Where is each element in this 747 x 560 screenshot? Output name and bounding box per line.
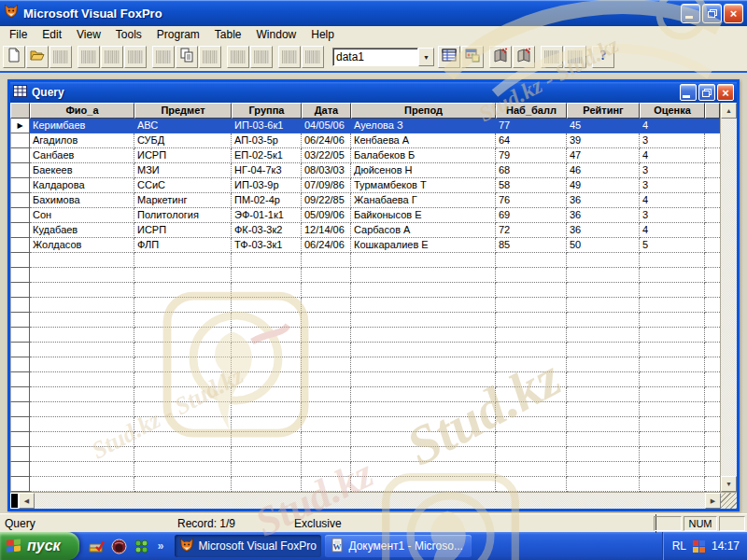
new-button[interactable] xyxy=(3,46,25,68)
green-cluster-icon[interactable] xyxy=(134,539,149,554)
empty-cell[interactable] xyxy=(30,298,134,313)
empty-cell[interactable] xyxy=(302,387,351,402)
empty-cell[interactable] xyxy=(30,462,134,477)
empty-cell[interactable] xyxy=(232,328,302,343)
query-maximize-button[interactable] xyxy=(698,84,715,101)
table-row[interactable]: БахимоваМаркетингПМ-02-4р09/22/85Жанабае… xyxy=(10,193,720,208)
table-cell[interactable]: Кенбаева А xyxy=(351,133,496,148)
record-selector-cell[interactable] xyxy=(10,253,30,268)
empty-cell[interactable] xyxy=(640,253,705,268)
empty-cell[interactable] xyxy=(134,268,232,283)
empty-row[interactable] xyxy=(10,372,720,387)
empty-cell[interactable] xyxy=(232,462,302,477)
empty-cell[interactable] xyxy=(567,357,640,372)
empty-cell[interactable] xyxy=(567,372,640,387)
record-selector-cell[interactable] xyxy=(10,193,30,208)
empty-cell[interactable] xyxy=(232,417,302,432)
empty-cell[interactable] xyxy=(496,298,567,313)
empty-cell[interactable] xyxy=(351,283,496,298)
empty-cell[interactable] xyxy=(30,447,134,462)
column-header-2[interactable]: Предмет xyxy=(134,103,232,119)
empty-cell[interactable] xyxy=(567,343,640,357)
empty-cell[interactable] xyxy=(134,477,232,492)
table-cell[interactable]: 47 xyxy=(567,148,640,163)
empty-cell[interactable] xyxy=(567,432,640,447)
vertical-scrollbar[interactable]: ▲ ▼ xyxy=(720,103,737,492)
empty-cell[interactable] xyxy=(351,268,496,283)
empty-row[interactable] xyxy=(10,417,720,432)
scroll-up-button[interactable]: ▲ xyxy=(721,103,737,119)
empty-cell[interactable] xyxy=(567,402,640,417)
menu-item-window[interactable]: Window xyxy=(249,27,304,42)
record-selector-cell[interactable] xyxy=(10,133,30,148)
empty-cell[interactable] xyxy=(351,432,496,447)
empty-cell[interactable] xyxy=(351,357,496,372)
table-cell[interactable]: ИСРП xyxy=(134,223,232,238)
empty-cell[interactable] xyxy=(640,432,705,447)
empty-cell[interactable] xyxy=(134,253,232,268)
empty-cell[interactable] xyxy=(134,298,232,313)
empty-cell[interactable] xyxy=(496,328,567,343)
empty-cell[interactable] xyxy=(30,343,134,357)
table-cell[interactable]: 06/24/06 xyxy=(302,133,351,148)
table-cell[interactable]: Кошкаралиев Е xyxy=(351,238,496,253)
copy-button[interactable] xyxy=(176,46,198,68)
query-titlebar[interactable]: Query × xyxy=(10,82,737,103)
empty-cell[interactable] xyxy=(302,268,351,283)
empty-cell[interactable] xyxy=(567,447,640,462)
empty-cell[interactable] xyxy=(134,402,232,417)
empty-cell[interactable] xyxy=(567,417,640,432)
empty-cell[interactable] xyxy=(134,357,232,372)
empty-cell[interactable] xyxy=(351,298,496,313)
table-cell[interactable]: 79 xyxy=(496,148,567,163)
table-cell[interactable]: 76 xyxy=(496,193,567,208)
empty-cell[interactable] xyxy=(302,298,351,313)
table-row[interactable]: АгадиловСУБДАП-03-5р06/24/06Кенбаева А64… xyxy=(10,133,720,148)
chevron-more-icon[interactable]: » xyxy=(158,539,164,553)
taskbar-task-word[interactable]: WДокумент1 - Microso... xyxy=(325,535,472,557)
empty-cell[interactable] xyxy=(30,283,134,298)
empty-cell[interactable] xyxy=(232,343,302,357)
table-cell[interactable]: 06/24/06 xyxy=(302,238,351,253)
record-selector-cell[interactable] xyxy=(10,208,30,223)
empty-cell[interactable] xyxy=(302,328,351,343)
empty-cell[interactable] xyxy=(232,387,302,402)
tray-app-icon[interactable] xyxy=(693,540,705,553)
table-cell[interactable]: 46 xyxy=(567,163,640,178)
grid-splitter-handle[interactable] xyxy=(10,493,19,509)
empty-cell[interactable] xyxy=(302,283,351,298)
menu-item-tools[interactable]: Tools xyxy=(108,27,149,42)
table-cell[interactable]: 3 xyxy=(640,178,705,193)
empty-cell[interactable] xyxy=(567,268,640,283)
empty-row[interactable] xyxy=(10,313,720,328)
empty-cell[interactable] xyxy=(640,447,705,462)
table-cell[interactable]: 08/03/03 xyxy=(302,163,351,178)
table-cell[interactable]: МЗИ xyxy=(134,163,232,178)
empty-cell[interactable] xyxy=(567,462,640,477)
empty-cell[interactable] xyxy=(496,447,567,462)
help-button[interactable]: ? xyxy=(592,46,614,68)
empty-cell[interactable] xyxy=(30,253,134,268)
table-cell[interactable]: Баекеев xyxy=(30,163,134,178)
empty-cell[interactable] xyxy=(351,477,496,492)
table-cell[interactable]: 07/09/86 xyxy=(302,178,351,193)
table-cell[interactable]: Политология xyxy=(134,208,232,223)
table-cell[interactable]: 45 xyxy=(567,119,640,133)
record-selector-cell[interactable] xyxy=(10,283,30,298)
language-indicator[interactable]: RL xyxy=(672,539,686,553)
record-selector-cell[interactable] xyxy=(10,387,30,402)
table-cell[interactable]: 36 xyxy=(567,193,640,208)
empty-cell[interactable] xyxy=(496,268,567,283)
table-cell[interactable]: 4 xyxy=(640,193,705,208)
empty-cell[interactable] xyxy=(302,477,351,492)
record-selector-cell[interactable] xyxy=(10,178,30,193)
empty-cell[interactable] xyxy=(30,328,134,343)
table-cell[interactable]: НГ-04-7к3 xyxy=(232,163,302,178)
table-cell[interactable]: 5 xyxy=(640,238,705,253)
empty-cell[interactable] xyxy=(351,343,496,357)
table-cell[interactable]: 4 xyxy=(640,223,705,238)
empty-cell[interactable] xyxy=(496,417,567,432)
table-cell[interactable]: 77 xyxy=(496,119,567,133)
record-selector-cell[interactable] xyxy=(10,223,30,238)
table-row[interactable]: БаекеевМЗИНГ-04-7к308/03/03Дюйсенов Н684… xyxy=(10,163,720,178)
